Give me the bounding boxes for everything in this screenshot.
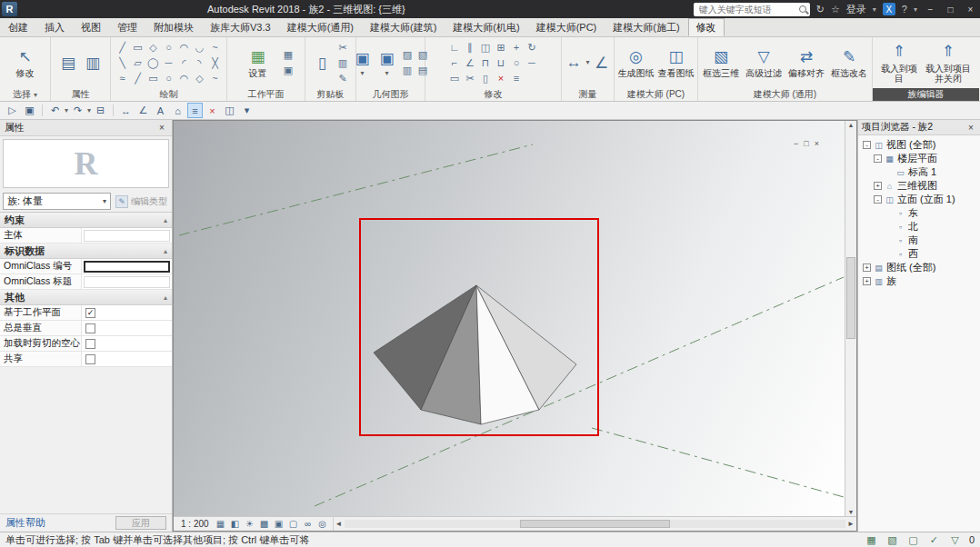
- view-sheet-button[interactable]: ◫ 查看图纸: [657, 47, 695, 78]
- group-other[interactable]: 其他 ▴: [0, 290, 172, 305]
- show-crop-icon[interactable]: ▢: [287, 518, 300, 531]
- panel-select-label[interactable]: 选择 ▾: [0, 88, 50, 101]
- help-search-box[interactable]: [694, 3, 810, 16]
- expand-icon[interactable]: -: [863, 141, 871, 149]
- rotate-icon[interactable]: ↻: [525, 41, 539, 55]
- tab-modify[interactable]: 修改: [688, 18, 725, 36]
- help-dropdown-icon[interactable]: ▾: [914, 5, 917, 14]
- prop-row-cut-voids[interactable]: 加载时剪切的空心: [0, 336, 172, 352]
- join-geometry-icon[interactable]: ▣: [376, 48, 398, 68]
- expand-icon[interactable]: +: [863, 277, 871, 285]
- show-workplane-icon[interactable]: ▦: [282, 48, 295, 62]
- cut-geometry-icon[interactable]: ▣: [352, 48, 374, 68]
- search-icon[interactable]: [799, 5, 806, 13]
- tree-item-south[interactable]: ▫ 南: [858, 234, 980, 247]
- join-geometry-dropdown-icon[interactable]: ▾: [385, 70, 388, 77]
- redo-dropdown-icon[interactable]: ▾: [87, 107, 91, 114]
- help-icon[interactable]: ?: [902, 0, 907, 18]
- apply-button[interactable]: 应用: [115, 516, 166, 530]
- match-properties-icon[interactable]: ✎: [336, 72, 350, 85]
- view-restore-icon[interactable]: □: [804, 139, 808, 148]
- reference-plane-line[interactable]: [315, 277, 844, 506]
- draw-circle2-icon[interactable]: ○: [162, 72, 175, 85]
- tab-insert[interactable]: 插入: [36, 18, 73, 36]
- reveal-hidden-icon[interactable]: ◎: [316, 518, 329, 531]
- prop-row-omniclass-number[interactable]: OmniClass 编号: [0, 259, 172, 274]
- draw-arc3-icon[interactable]: ◠: [177, 72, 191, 85]
- aligned-dimension-icon[interactable]: ∠: [593, 53, 611, 73]
- unpin-icon[interactable]: ✂: [464, 72, 477, 85]
- prop-row-shared[interactable]: 共享: [0, 352, 172, 367]
- tree-item-east[interactable]: ▫ 东: [858, 206, 980, 220]
- project-browser-close-icon[interactable]: ×: [965, 123, 976, 133]
- tab-mm-construction[interactable]: 建模大师(施工): [605, 18, 687, 36]
- workplane-viewer-icon[interactable]: ▣: [282, 64, 295, 77]
- expand-icon[interactable]: -: [874, 154, 882, 163]
- tree-item-3d-views[interactable]: + ⌂ 三维视图: [858, 179, 980, 193]
- delete-icon[interactable]: ×: [495, 72, 508, 85]
- print-icon[interactable]: ⊟: [93, 103, 108, 118]
- draw-ellipse-icon[interactable]: ◯: [146, 56, 160, 70]
- properties-close-icon[interactable]: ×: [156, 123, 167, 133]
- tree-item-families[interactable]: + ▥ 族: [858, 274, 980, 288]
- horizontal-scroll-thumb[interactable]: [520, 520, 670, 528]
- shadows-icon[interactable]: ▩: [258, 518, 271, 531]
- edit-type-button[interactable]: ✎ 编辑类型: [114, 193, 169, 210]
- draw-wave-icon[interactable]: ≈: [115, 72, 129, 85]
- tree-item-elevations[interactable]: - ◫ 立面 (立面 1): [858, 193, 980, 206]
- draw-line2-icon[interactable]: ╲: [115, 56, 129, 70]
- tab-mm-mep[interactable]: 建模大师(机电): [445, 18, 527, 36]
- workplane-based-checkbox[interactable]: ✓: [85, 308, 95, 318]
- draw-arc-icon[interactable]: ◠: [177, 41, 191, 55]
- scroll-up-icon[interactable]: ▲: [845, 122, 856, 128]
- app-menu-button[interactable]: R: [2, 2, 17, 16]
- crop-view-icon[interactable]: ▣: [273, 518, 285, 531]
- type-selector-dropdown[interactable]: 族: 体量 ▾: [3, 193, 111, 210]
- always-vertical-checkbox[interactable]: [85, 323, 95, 333]
- editable-only-icon[interactable]: ✓: [927, 534, 941, 546]
- horizontal-scroll-track[interactable]: [345, 520, 846, 528]
- draw-spline-icon[interactable]: ~: [208, 41, 222, 55]
- draw-parallelogram-icon[interactable]: ▱: [131, 56, 145, 70]
- search-input[interactable]: [697, 4, 796, 15]
- group-identity-data[interactable]: 标识数据 ▴: [0, 244, 172, 259]
- reference-plane-line[interactable]: [179, 144, 533, 235]
- draw-poly2-icon[interactable]: ◇: [193, 72, 206, 85]
- window-minimize-button[interactable]: −: [924, 5, 937, 15]
- tab-mm-arch[interactable]: 建模大师(建筑): [362, 18, 445, 36]
- group-constraints[interactable]: 约束 ▴: [0, 213, 172, 228]
- modify-tool-button[interactable]: ↖ 修改: [5, 47, 46, 78]
- filter-icon[interactable]: ▽: [948, 534, 962, 546]
- load-into-project-button[interactable]: ⇑ 载入到项目: [878, 43, 920, 84]
- worksets-icon[interactable]: ▦: [865, 534, 878, 546]
- type-preview[interactable]: R: [3, 139, 169, 188]
- tab-mm-pc[interactable]: 建模大师(PC): [528, 18, 605, 36]
- view-scale-button[interactable]: 1 : 200: [177, 519, 213, 529]
- detail-level-icon[interactable]: ▦: [215, 518, 227, 531]
- text-icon[interactable]: A: [153, 103, 168, 118]
- draw-rect2-icon[interactable]: ▭: [146, 72, 160, 85]
- pin-icon[interactable]: ▭: [448, 72, 462, 85]
- draw-spline2-icon[interactable]: ~: [208, 72, 222, 85]
- box-rename-button[interactable]: ✎ 框选改名: [829, 47, 869, 78]
- copy-to-clipboard-icon[interactable]: ▥: [336, 56, 350, 70]
- tab-family-library-master[interactable]: 族库大师V3.3: [202, 18, 279, 36]
- prop-row-host[interactable]: 主体: [0, 228, 172, 244]
- offset-align-button[interactable]: ⇄ 偏移对齐: [786, 47, 826, 78]
- advanced-filter-button[interactable]: ▽ 高级过滤: [744, 47, 784, 78]
- draw-fillet2-icon[interactable]: ◝: [193, 56, 206, 70]
- split-gap-icon[interactable]: ⊔: [495, 56, 508, 70]
- view-minimize-icon[interactable]: −: [794, 139, 798, 148]
- tree-item-floor-plans[interactable]: - ▦ 楼层平面: [858, 152, 980, 165]
- more-modify-icon[interactable]: ≡: [510, 72, 524, 85]
- favorites-star-icon[interactable]: ☆: [831, 0, 840, 18]
- mass-solid[interactable]: [374, 285, 576, 424]
- tree-item-views[interactable]: - ◫ 视图 (全部): [858, 138, 980, 152]
- draw-segment-icon[interactable]: ─: [162, 56, 175, 70]
- prop-row-workplane-based[interactable]: 基于工作平面 ✓: [0, 305, 172, 321]
- mirror-icon[interactable]: ◫: [479, 41, 493, 55]
- move-icon[interactable]: +: [510, 41, 524, 55]
- collapse-icon[interactable]: ▴: [164, 247, 167, 255]
- collapse-icon[interactable]: ▴: [164, 216, 167, 224]
- tab-manage[interactable]: 管理: [109, 18, 145, 36]
